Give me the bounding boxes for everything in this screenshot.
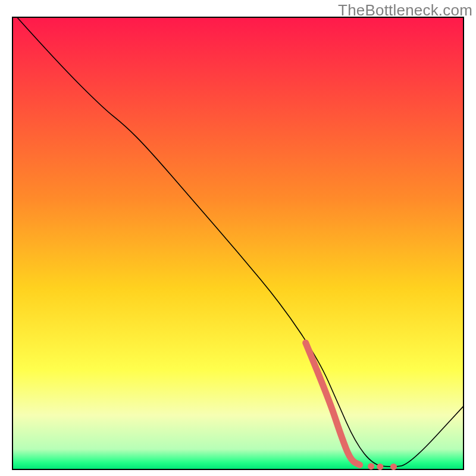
- pink-dot: [377, 464, 383, 470]
- watermark-text: TheBottleneck.com: [338, 1, 472, 20]
- pink-dot: [390, 464, 397, 470]
- chart-svg: [0, 0, 476, 476]
- pink-dot: [368, 463, 374, 469]
- chart-stage: TheBottleneck.com: [0, 0, 476, 476]
